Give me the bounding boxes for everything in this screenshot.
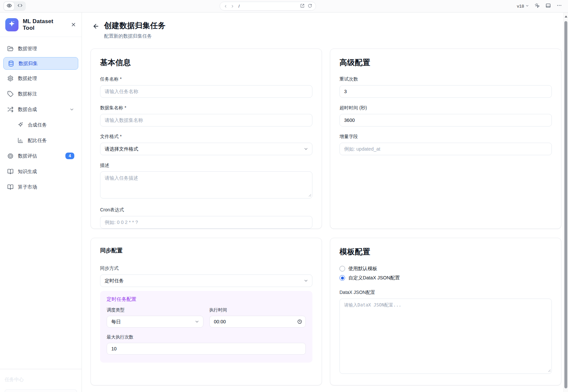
sidebar-item-label: 数据处理 (18, 75, 37, 82)
advanced-config-card: 高级配置 重试次数 超时时间 (秒) 增量字段 (330, 49, 561, 229)
code-toggle-button[interactable] (15, 2, 25, 10)
sidebar-nav: 数据管理 数据归集 数据处理 数据标注 (0, 37, 82, 369)
sparkles-icon (18, 122, 23, 128)
book-icon (7, 184, 14, 190)
incremental-field-input[interactable] (339, 143, 552, 155)
main-content: 创建数据归集任务 配置新的数据归集任务 基本信息 任务名称 * 数据集名称 * … (82, 13, 568, 392)
chevron-down-icon (525, 4, 529, 9)
layout-panel-button[interactable] (546, 3, 551, 10)
sidebar-item-knowledge-generation[interactable]: 知识生成 (3, 164, 78, 178)
view-mode-toggle (3, 1, 26, 11)
close-icon[interactable] (71, 22, 76, 27)
eye-icon (7, 3, 12, 10)
sidebar-header: ML Dataset Tool (0, 13, 82, 37)
chevron-down-icon (195, 319, 199, 324)
sidebar-item-label: 数据归集 (18, 60, 38, 67)
sidebar-item-synthesis-task[interactable]: 合成任务 (3, 118, 78, 132)
task-center-title: 任务中心 (5, 376, 77, 383)
sync-mode-label: 同步方式 (100, 266, 312, 271)
custom-datax-option[interactable]: 自定义DataX JSON配置 (339, 275, 552, 281)
chevron-down-icon (303, 278, 308, 283)
forward-nav-icon[interactable] (231, 4, 234, 8)
cron-input[interactable] (100, 216, 312, 229)
shuffle-icon (7, 106, 14, 113)
address-bar[interactable]: / (220, 2, 316, 11)
sidebar: ML Dataset Tool 数据管理 数据归集 (0, 13, 82, 392)
sidebar-item-label: 数据合成 (18, 106, 37, 113)
max-runs-input[interactable] (107, 343, 306, 355)
cursor-click-icon (535, 3, 540, 10)
app-title: ML Dataset Tool (23, 18, 66, 31)
sidebar-item-data-synthesis[interactable]: 数据合成 (3, 102, 78, 116)
task-name-label: 任务名称 * (100, 76, 312, 82)
vertical-scrollbar[interactable] (563, 13, 568, 392)
open-external-icon[interactable] (300, 3, 304, 9)
description-label: 描述 (100, 162, 312, 168)
chevron-down-icon (303, 147, 308, 152)
sidebar-item-data-processing[interactable]: 数据处理 (3, 71, 78, 85)
timeout-input[interactable] (339, 114, 552, 126)
sparkles-icon (8, 20, 16, 29)
sidebar-item-data-management[interactable]: 数据管理 (3, 42, 78, 55)
url-path[interactable]: / (238, 4, 240, 9)
basic-info-card: 基本信息 任务名称 * 数据集名称 * 文件格式 * 请选择文件格式 (90, 49, 322, 229)
version-selector[interactable]: v18 (517, 4, 529, 9)
datax-json-label: DataX JSON配置 (339, 290, 552, 296)
scroll-up-arrow-icon[interactable] (565, 16, 567, 18)
task-name-input[interactable] (100, 85, 312, 98)
sidebar-item-ratio-task[interactable]: 配比任务 (3, 133, 78, 147)
template-config-heading: 模板配置 (339, 247, 552, 257)
file-format-label: 文件格式 * (100, 134, 312, 140)
preview-toggle-button[interactable] (4, 2, 14, 10)
sidebar-item-data-annotation[interactable]: 数据标注 (3, 87, 78, 101)
exec-time-label: 执行时间 (209, 307, 306, 313)
back-nav-icon[interactable] (224, 4, 228, 8)
sidebar-item-label: 数据管理 (18, 46, 37, 52)
scrollbar-thumb[interactable] (564, 21, 567, 388)
exec-time-input[interactable] (209, 316, 306, 328)
advanced-config-heading: 高级配置 (339, 57, 552, 68)
retry-count-input[interactable] (339, 85, 552, 98)
default-template-option[interactable]: 使用默认模板 (339, 266, 552, 272)
ellipsis-icon (556, 3, 562, 10)
target-icon (7, 153, 14, 159)
description-textarea[interactable] (100, 171, 312, 198)
template-config-card: 模板配置 使用默认模板 自定义DataX JSON配置 DataX JSON配置 (330, 238, 561, 385)
pointer-mode-button[interactable] (535, 3, 540, 10)
sidebar-item-label: 合成任务 (28, 122, 47, 128)
sidebar-item-label: 数据标注 (18, 91, 37, 97)
schedule-type-select[interactable]: 每日 (107, 316, 203, 328)
radio-unchecked-icon[interactable] (339, 266, 345, 271)
version-label: v18 (517, 4, 524, 9)
custom-datax-label: 自定义DataX JSON配置 (348, 275, 400, 281)
book-icon (7, 168, 14, 175)
datax-json-textarea[interactable] (339, 299, 552, 374)
folder-icon (7, 46, 14, 52)
bar-chart-icon (18, 137, 23, 143)
scheduled-task-panel-title: 定时任务配置 (107, 296, 306, 303)
sidebar-item-operator-market[interactable]: 算子市场 (3, 180, 78, 194)
clock-icon[interactable] (297, 319, 302, 324)
sidebar-item-data-evaluation[interactable]: 数据评估 4 (3, 149, 78, 163)
sync-mode-value: 定时任务 (105, 278, 124, 284)
file-format-select[interactable]: 请选择文件格式 (100, 143, 312, 155)
sync-config-heading: 同步配置 (100, 247, 312, 254)
page-title: 创建数据归集任务 (104, 20, 165, 31)
sidebar-item-data-collection[interactable]: 数据归集 (3, 57, 78, 70)
dataset-name-label: 数据集名称 * (100, 105, 312, 111)
retry-count-label: 重试次数 (339, 76, 552, 82)
more-options-button[interactable] (556, 3, 562, 10)
sync-mode-select[interactable]: 定时任务 (100, 274, 312, 287)
gear-icon (7, 75, 14, 82)
evaluation-count-badge: 4 (65, 153, 74, 159)
sidebar-item-label: 算子市场 (18, 184, 37, 190)
radio-checked-icon[interactable] (339, 275, 345, 281)
scheduled-task-panel: 定时任务配置 调度类型 每日 执行时间 (100, 291, 312, 363)
sidebar-item-label: 数据评估 (18, 153, 37, 159)
file-format-value: 请选择文件格式 (105, 146, 138, 152)
schedule-type-label: 调度类型 (107, 307, 203, 313)
dataset-name-input[interactable] (100, 114, 312, 126)
max-runs-label: 最大执行次数 (107, 334, 306, 340)
refresh-icon[interactable] (308, 3, 312, 9)
back-button[interactable] (92, 23, 99, 31)
